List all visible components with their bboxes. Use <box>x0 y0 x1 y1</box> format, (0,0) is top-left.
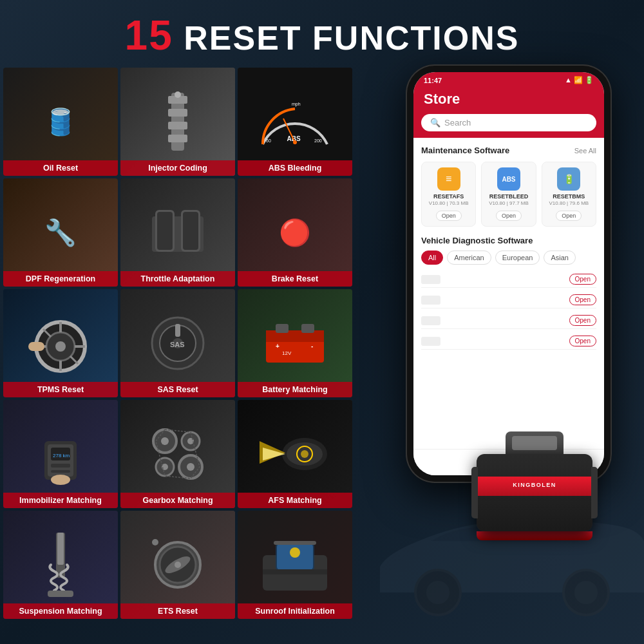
resetbms-version: V10.80 | 79.6 MB <box>545 200 593 206</box>
resetbms-open-btn[interactable]: Open <box>556 211 582 221</box>
tile-throttle-adaptation-label: Throttle Adaptation <box>120 271 235 287</box>
svg-rect-3 <box>168 122 187 129</box>
svg-rect-44 <box>51 470 70 473</box>
svg-text:278 km: 278 km <box>53 453 70 459</box>
tile-suspension-matching-label: Suspension Matching <box>3 603 118 619</box>
svg-rect-34 <box>276 324 289 333</box>
svg-rect-30 <box>175 324 180 337</box>
tile-dpf-regeneration[interactable]: 🔧 DPF Regeneration <box>3 178 118 287</box>
tile-sunroof-initialization[interactable]: Sunroof Initialization <box>238 511 352 619</box>
svg-rect-60 <box>48 591 73 597</box>
resetbleed-name: RESETBLEED <box>484 193 533 200</box>
tile-immobilizer-matching[interactable]: 278 km Immobilizer Matching <box>3 400 118 508</box>
software-card-resetafs: ≡ RESETAFS V10.80 | 70.3 MB Open <box>421 162 476 227</box>
vehicle-logo-4 <box>421 337 440 346</box>
tile-gearbox-matching[interactable]: Gearbox Matching <box>120 400 235 508</box>
svg-rect-35 <box>301 324 314 333</box>
svg-text:60: 60 <box>266 138 271 143</box>
obd-device: KINGBOLEN <box>470 431 599 560</box>
svg-rect-43 <box>51 464 70 468</box>
filter-tab-european[interactable]: European <box>495 251 540 265</box>
vehicle-logo-2 <box>421 296 440 305</box>
svg-rect-4 <box>168 135 187 142</box>
resetbms-name: RESETBMS <box>545 193 593 200</box>
resetafs-open-btn[interactable]: Open <box>436 211 462 221</box>
tile-gearbox-matching-label: Gearbox Matching <box>120 493 235 508</box>
tile-battery-matching[interactable]: + - 12V Battery Matching <box>238 289 352 397</box>
vehicle-open-btn-4[interactable]: Open <box>569 336 596 346</box>
software-card-resetbleed: ABS RESETBLEED V10.80 | 97.7 MB Open <box>481 162 536 227</box>
tile-ets-reset-label: ETS Reset <box>120 603 235 619</box>
obd-connector-pins <box>512 436 557 450</box>
vehicle-name-4 <box>421 337 440 346</box>
tile-injector-coding[interactable]: Injector Coding <box>120 68 235 176</box>
store-title: Store <box>424 91 460 107</box>
store-header: Store <box>413 87 604 114</box>
svg-rect-59 <box>57 533 64 565</box>
tile-afs-matching-label: AFS Matching <box>238 493 352 508</box>
svg-point-57 <box>301 450 308 458</box>
search-bar[interactable]: 🔍 Search <box>421 114 596 131</box>
tile-dpf-label: DPF Regeneration <box>3 271 118 287</box>
svg-rect-15 <box>157 212 173 250</box>
svg-rect-2 <box>168 109 187 117</box>
svg-rect-26 <box>28 342 44 351</box>
vehicle-row-4: Open <box>421 333 596 350</box>
filter-tab-american[interactable]: American <box>447 251 491 265</box>
software-cards: ≡ RESETAFS V10.80 | 70.3 MB Open ABS RES… <box>421 162 596 227</box>
svg-point-75 <box>574 581 598 604</box>
svg-point-69 <box>290 547 300 558</box>
tile-throttle-adaptation[interactable]: Throttle Adaptation <box>120 178 235 287</box>
obd-connector-top <box>506 431 564 454</box>
tile-brake-reset[interactable]: 🔴 Brake Reset <box>238 178 352 287</box>
vehicle-name-3 <box>421 316 440 325</box>
vehicle-open-btn-1[interactable]: Open <box>569 274 596 285</box>
svg-rect-71 <box>263 569 327 574</box>
svg-point-64 <box>175 562 181 568</box>
resetbleed-open-btn[interactable]: Open <box>496 211 522 221</box>
svg-point-50 <box>161 437 169 445</box>
see-all-link[interactable]: See All <box>574 147 596 155</box>
svg-rect-16 <box>183 212 198 250</box>
obd-bottom-strip <box>477 531 592 540</box>
obd-right-grip <box>591 467 598 518</box>
software-card-resetbms: 🔋 RESETBMS V10.80 | 79.6 MB Open <box>542 162 596 227</box>
svg-point-51 <box>187 438 194 444</box>
filter-tab-asian[interactable]: Asian <box>544 251 576 265</box>
svg-point-19 <box>55 341 66 352</box>
filter-tab-all[interactable]: All <box>421 251 443 265</box>
status-bar: 11:47 ▲ 📶 🔋 <box>413 72 604 87</box>
tile-abs-bleeding[interactable]: ABS 60 mph 200 ABS Bleeding <box>238 68 352 176</box>
maintenance-section-header: Maintenance Software See All <box>421 146 596 155</box>
vehicle-row-1: Open <box>421 271 596 288</box>
maintenance-title: Maintenance Software <box>421 146 509 155</box>
main-title: 15 RESET FUNCTIONS <box>0 12 644 59</box>
tile-battery-matching-label: Battery Matching <box>238 382 352 397</box>
tile-sas-reset-label: SAS Reset <box>120 382 235 397</box>
tile-sunroof-initialization-label: Sunroof Initialization <box>238 603 352 619</box>
phone-body: 11:47 ▲ 📶 🔋 Store 🔍 Search Maintenance S… <box>406 64 612 483</box>
vehicle-section-title: Vehicle Diagnostic Software <box>421 236 596 245</box>
status-icons: ▲ 📶 🔋 <box>565 76 594 84</box>
resetafs-version: V10.80 | 70.3 MB <box>424 200 473 206</box>
search-placeholder: Search <box>444 118 471 128</box>
tile-abs-bleeding-label: ABS Bleeding <box>238 160 352 176</box>
vehicle-open-btn-3[interactable]: Open <box>569 315 596 326</box>
svg-point-45 <box>51 475 70 485</box>
svg-text:SAS: SAS <box>170 341 185 348</box>
tile-sas-reset[interactable]: SAS SAS Reset <box>120 289 235 397</box>
vehicle-open-btn-2[interactable]: Open <box>569 294 596 305</box>
svg-text:12V: 12V <box>282 350 292 356</box>
tile-oil-reset[interactable]: 🛢️ Oil Reset <box>3 68 118 176</box>
tile-immobilizer-matching-label: Immobilizer Matching <box>3 493 118 508</box>
phone-screen: 11:47 ▲ 📶 🔋 Store 🔍 Search Maintenance S… <box>413 72 604 475</box>
title-rest: RESET FUNCTIONS <box>173 19 520 57</box>
tile-afs-matching[interactable]: AFS Matching <box>238 400 352 508</box>
filter-tabs: All American European Asian <box>421 251 596 265</box>
tile-suspension-matching[interactable]: Suspension Matching <box>3 511 118 619</box>
svg-rect-70 <box>274 541 316 545</box>
svg-text:200: 200 <box>314 138 322 143</box>
vehicle-logo-1 <box>421 275 440 284</box>
tile-tpms-reset[interactable]: TPMS Reset <box>3 289 118 397</box>
tile-ets-reset[interactable]: ETS Reset <box>120 511 235 619</box>
